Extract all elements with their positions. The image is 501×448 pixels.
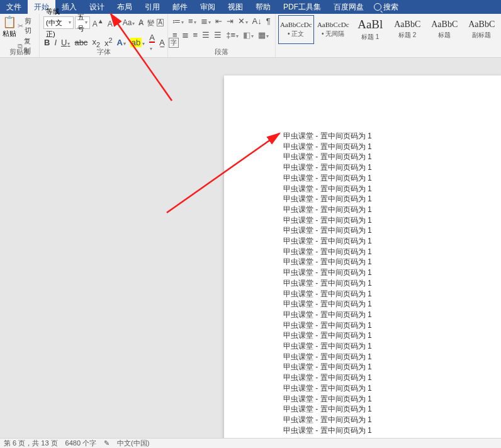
document-line[interactable]: 甲虫课堂 - 置中间页码为 1 — [283, 142, 501, 152]
document-line[interactable]: 甲虫课堂 - 置中间页码为 1 — [283, 215, 501, 226]
document-line[interactable]: 甲虫课堂 - 置中间页码为 1 — [283, 194, 501, 204]
menu-bar: 文件开始插入设计布局引用邮件审阅视图帮助PDF工具集百度网盘 搜索 — [0, 0, 501, 14]
styles-group: AaBbCcDc• 正文AaBbCcDc• 无间隔AaBl标题 1AaBbC标题… — [276, 14, 501, 57]
page-info[interactable]: 第 6 页，共 13 页 — [4, 439, 58, 448]
document-line[interactable]: 甲虫课堂 - 置中间页码为 1 — [283, 289, 501, 300]
document-line[interactable]: 甲虫课堂 - 置中间页码为 1 — [283, 372, 501, 383]
style-item-0[interactable]: AaBbCcDc• 正文 — [278, 15, 314, 44]
numbering-button[interactable]: ≡▾ — [188, 16, 197, 26]
italic-button[interactable]: I — [53, 38, 57, 47]
document-line[interactable]: 甲虫课堂 - 置中间页码为 1 — [283, 383, 501, 394]
proofing-icon[interactable]: ✎ — [104, 439, 110, 447]
clear-formatting-button[interactable]: A̷ — [137, 18, 145, 27]
menu-tab-8[interactable]: 视图 — [222, 0, 249, 14]
document-page[interactable]: 甲虫课堂 - 置中间页码为 1甲虫课堂 - 置中间页码为 1甲虫课堂 - 置中间… — [224, 76, 501, 438]
sort-button[interactable]: A↓ — [252, 16, 262, 26]
document-line[interactable]: 甲虫课堂 - 置中间页码为 1 — [283, 404, 501, 415]
subscript-button[interactable]: x2 — [91, 37, 101, 48]
shrink-font-button[interactable]: A▼ — [106, 18, 120, 28]
menu-tab-11[interactable]: 百度网盘 — [327, 0, 370, 14]
style-label: 标题 — [438, 31, 451, 40]
document-line[interactable]: 甲虫课堂 - 置中间页码为 1 — [283, 131, 501, 142]
status-bar: 第 6 页，共 13 页 6480 个字 ✎ 中文(中国) — [0, 438, 501, 448]
align-center-button[interactable]: ≣ — [181, 30, 189, 40]
line-spacing-button[interactable]: ‡≡▾ — [225, 30, 239, 40]
show-marks-button[interactable]: ¶ — [266, 16, 271, 26]
document-line[interactable]: 甲虫课堂 - 置中间页码为 1 — [283, 236, 501, 247]
style-item-1[interactable]: AaBbCcDc• 无间隔 — [315, 15, 351, 44]
search-label: 搜索 — [383, 2, 398, 13]
enclose-char-button[interactable]: A — [157, 19, 164, 26]
justify-button[interactable]: ☰ — [201, 30, 210, 40]
bullets-button[interactable]: ≔▾ — [172, 16, 184, 26]
char-shading-button[interactable]: A̲ — [159, 38, 166, 47]
menu-tab-4[interactable]: 布局 — [111, 0, 138, 14]
phonetic-guide-button[interactable]: 變 — [146, 18, 155, 28]
tell-me-search[interactable]: 搜索 — [374, 2, 398, 13]
superscript-button[interactable]: x2 — [104, 36, 113, 48]
document-canvas[interactable]: 甲虫课堂 - 置中间页码为 1甲虫课堂 - 置中间页码为 1甲虫课堂 - 置中间… — [0, 58, 501, 438]
font-group-label: 字体 — [40, 47, 167, 57]
style-preview: AaBbCcDc — [317, 21, 349, 28]
font-name-combo[interactable]: 等线 (中文正)▾ — [43, 16, 74, 29]
chevron-down-icon: ▾ — [85, 17, 87, 28]
document-line[interactable]: 甲虫课堂 - 置中间页码为 1 — [283, 152, 501, 162]
style-item-5[interactable]: AaBbC副标题 — [464, 15, 500, 44]
word-count[interactable]: 6480 个字 — [65, 439, 97, 448]
asian-layout-button[interactable]: ✕▾ — [237, 16, 249, 26]
document-line[interactable]: 甲虫课堂 - 置中间页码为 1 — [283, 184, 501, 194]
cut-button[interactable]: ✂剪切 — [18, 16, 37, 35]
menu-tab-0[interactable]: 文件 — [0, 0, 28, 14]
document-line[interactable]: 甲虫课堂 - 置中间页码为 1 — [283, 225, 501, 236]
document-line[interactable]: 甲虫课堂 - 置中间页码为 1 — [283, 352, 501, 362]
document-line[interactable]: 甲虫课堂 - 置中间页码为 1 — [283, 173, 501, 184]
strikethrough-button[interactable]: abc — [74, 38, 88, 47]
document-line[interactable]: 甲虫课堂 - 置中间页码为 1 — [283, 341, 501, 352]
document-line[interactable]: 甲虫课堂 - 置中间页码为 1 — [283, 310, 501, 320]
document-line[interactable]: 甲虫课堂 - 置中间页码为 1 — [283, 415, 501, 425]
menu-tab-5[interactable]: 引用 — [138, 0, 166, 14]
document-line[interactable]: 甲虫课堂 - 置中间页码为 1 — [283, 278, 501, 289]
paste-button[interactable]: 📋 粘贴 — [3, 15, 16, 38]
menu-tab-7[interactable]: 审阅 — [194, 0, 222, 14]
document-line[interactable]: 甲虫课堂 - 置中间页码为 1 — [283, 267, 501, 278]
style-item-2[interactable]: AaBl标题 1 — [352, 15, 388, 44]
document-line[interactable]: 甲虫课堂 - 置中间页码为 1 — [283, 362, 501, 372]
style-item-4[interactable]: AaBbC标题 — [427, 15, 463, 44]
decrease-indent-button[interactable]: ⇤ — [215, 16, 223, 26]
style-label: 标题 2 — [398, 31, 416, 40]
document-line[interactable]: 甲虫课堂 - 置中间页码为 1 — [283, 330, 501, 341]
menu-tab-6[interactable]: 邮件 — [166, 0, 194, 14]
increase-indent-button[interactable]: ⇥ — [226, 16, 234, 26]
clipboard-icon: 📋 — [3, 16, 16, 28]
shading-button[interactable]: ◧▾ — [242, 30, 254, 40]
document-line[interactable]: 甲虫课堂 - 置中间页码为 1 — [283, 320, 501, 331]
document-line[interactable]: 甲虫课堂 - 置中间页码为 1 — [283, 394, 501, 405]
align-right-button[interactable]: ≡ — [193, 30, 199, 40]
document-line[interactable]: 甲虫课堂 - 置中间页码为 1 — [283, 299, 501, 310]
clipboard-group: 📋 粘贴 ✂剪切 ⧉复制 🖌格式刷 剪贴板 — [0, 14, 40, 57]
align-left-button[interactable]: ≡ — [172, 30, 178, 40]
paragraph-group: ≔▾ ≡▾ ≣▾ ⇤ ⇥ ✕▾ A↓ ¶ ≡ ≣ ≡ ☰ ☰ ‡≡▾ ◧▾ ▦▾… — [168, 14, 276, 57]
document-line[interactable]: 甲虫课堂 - 置中间页码为 1 — [283, 204, 501, 215]
language-status[interactable]: 中文(中国) — [117, 439, 149, 448]
style-preview: AaBbC — [468, 20, 495, 30]
text-effects-button[interactable]: A▾ — [116, 38, 126, 47]
change-case-button[interactable]: Aa▾ — [121, 18, 137, 27]
underline-button[interactable]: U▾ — [60, 38, 70, 47]
borders-button[interactable]: ▦▾ — [257, 30, 269, 40]
menu-tab-3[interactable]: 设计 — [83, 0, 111, 14]
font-size-combo[interactable]: 五号▾ — [75, 16, 90, 29]
distribute-button[interactable]: ☰ — [213, 30, 222, 40]
highlight-button[interactable]: ab▾ — [130, 38, 145, 47]
document-line[interactable]: 甲虫课堂 - 置中间页码为 1 — [283, 162, 501, 173]
grow-font-button[interactable]: A▲ — [91, 18, 105, 28]
document-line[interactable]: 甲虫课堂 - 置中间页码为 1 — [283, 257, 501, 267]
menu-tab-10[interactable]: PDF工具集 — [277, 0, 327, 14]
document-line[interactable]: 甲虫课堂 - 置中间页码为 1 — [283, 247, 501, 257]
document-line[interactable]: 甲虫课堂 - 置中间页码为 1 — [283, 425, 501, 436]
style-item-3[interactable]: AaBbC标题 2 — [390, 15, 425, 44]
menu-tab-9[interactable]: 帮助 — [249, 0, 277, 14]
multilevel-list-button[interactable]: ≣▾ — [200, 16, 211, 26]
bold-button[interactable]: B — [43, 38, 50, 47]
